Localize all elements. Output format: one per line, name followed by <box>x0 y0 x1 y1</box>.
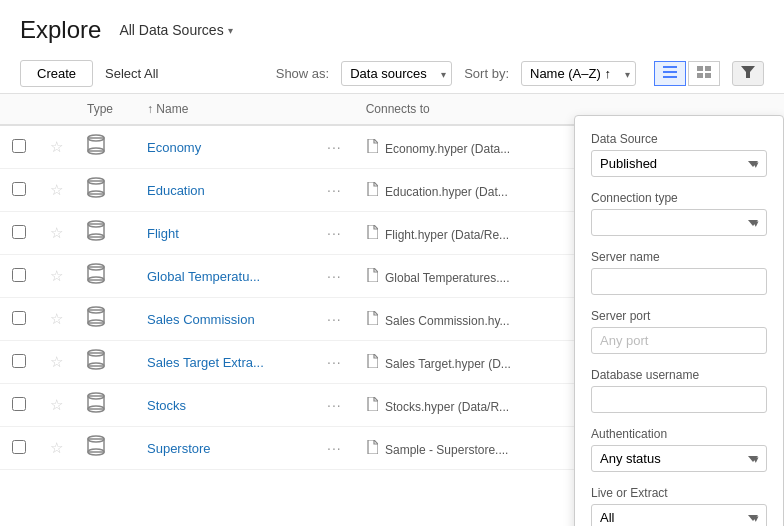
filter-datasource-label: Data Source <box>591 132 767 146</box>
more-options-icon[interactable]: ··· <box>327 225 342 241</box>
datasource-name-link[interactable]: Superstore <box>147 441 211 456</box>
row-more-cell: ··· <box>315 255 354 298</box>
filter-auth-section: Authentication Any status Username/Passw… <box>591 427 767 472</box>
file-icon-svg <box>366 397 378 411</box>
row-checkbox[interactable] <box>12 182 26 196</box>
list-view-icon <box>663 66 677 78</box>
sort-by-label: Sort by: <box>464 66 509 81</box>
row-checkbox[interactable] <box>12 440 26 454</box>
row-more-cell: ··· <box>315 169 354 212</box>
svg-rect-5 <box>697 73 703 78</box>
datasource-name-link[interactable]: Stocks <box>147 398 186 413</box>
col-header-name[interactable]: ↑ Name <box>135 94 315 125</box>
row-favorite-cell: ☆ <box>38 212 75 255</box>
file-icon-svg <box>366 139 378 153</box>
filter-live-extract-wrapper: All Live Extract <box>591 504 767 526</box>
row-more-cell: ··· <box>315 212 354 255</box>
favorite-star-icon[interactable]: ☆ <box>50 353 63 370</box>
filter-server-port-input[interactable] <box>591 327 767 354</box>
row-checkbox[interactable] <box>12 225 26 239</box>
filter-live-extract-select[interactable]: All Live Extract <box>591 504 767 526</box>
favorite-star-icon[interactable]: ☆ <box>50 224 63 241</box>
file-icon <box>366 357 381 371</box>
filter-button[interactable] <box>732 61 764 86</box>
filter-server-name-input[interactable] <box>591 268 767 295</box>
filter-live-extract-section: Live or Extract All Live Extract <box>591 486 767 526</box>
datasource-name-link[interactable]: Education <box>147 183 205 198</box>
filter-connection-select[interactable]: Hyper SQL Server <box>591 209 767 236</box>
filter-auth-select[interactable]: Any status Username/Password OAuth <box>591 445 767 472</box>
datasource-name-link[interactable]: Sales Target Extra... <box>147 355 264 370</box>
row-checkbox[interactable] <box>12 397 26 411</box>
row-name-cell: Stocks <box>135 384 315 427</box>
row-favorite-cell: ☆ <box>38 255 75 298</box>
list-view-button[interactable] <box>654 61 686 86</box>
row-checkbox-cell <box>0 255 38 298</box>
file-icon-svg <box>366 354 378 368</box>
page-container: Explore All Data Sources ▾ Create Select… <box>0 0 784 526</box>
filter-connection-wrapper: Hyper SQL Server <box>591 209 767 236</box>
view-icons <box>654 61 720 86</box>
row-type-cell <box>75 384 135 427</box>
more-options-icon[interactable]: ··· <box>327 139 342 155</box>
more-options-icon[interactable]: ··· <box>327 182 342 198</box>
datasource-type-icon <box>87 271 105 288</box>
file-icon <box>366 228 381 242</box>
more-options-icon[interactable]: ··· <box>327 440 342 456</box>
datasource-type-icon <box>87 357 105 374</box>
file-icon <box>366 400 381 414</box>
datasource-name-link[interactable]: Sales Commission <box>147 312 255 327</box>
file-icon <box>366 142 381 156</box>
sort-by-select[interactable]: Name (A–Z) ↑ Name (Z–A) ↓ Date Modified <box>521 61 636 86</box>
filter-db-username-label: Database username <box>591 368 767 382</box>
page-title: Explore <box>20 16 101 44</box>
more-options-icon[interactable]: ··· <box>327 311 342 327</box>
grid-view-button[interactable] <box>688 61 720 86</box>
datasource-name-link[interactable]: Global Temperatu... <box>147 269 260 284</box>
row-favorite-cell: ☆ <box>38 341 75 384</box>
row-type-cell <box>75 212 135 255</box>
favorite-star-icon[interactable]: ☆ <box>50 439 63 456</box>
create-button[interactable]: Create <box>20 60 93 87</box>
row-checkbox-cell <box>0 427 38 470</box>
toolbar: Create Select All Show as: Data sources … <box>0 54 784 94</box>
datasource-dropdown-button[interactable]: All Data Sources ▾ <box>113 18 238 42</box>
row-type-cell <box>75 125 135 169</box>
header: Explore All Data Sources ▾ <box>0 0 784 54</box>
filter-connection-label: Connection type <box>591 191 767 205</box>
favorite-star-icon[interactable]: ☆ <box>50 181 63 198</box>
datasource-name-link[interactable]: Flight <box>147 226 179 241</box>
row-type-cell <box>75 169 135 212</box>
row-checkbox[interactable] <box>12 139 26 153</box>
row-type-cell <box>75 341 135 384</box>
row-favorite-cell: ☆ <box>38 298 75 341</box>
favorite-star-icon[interactable]: ☆ <box>50 138 63 155</box>
row-type-cell <box>75 255 135 298</box>
filter-connection-section: Connection type Hyper SQL Server <box>591 191 767 236</box>
more-options-icon[interactable]: ··· <box>327 268 342 284</box>
select-all-button[interactable]: Select All <box>105 66 158 81</box>
more-options-icon[interactable]: ··· <box>327 397 342 413</box>
more-options-icon[interactable]: ··· <box>327 354 342 370</box>
sort-by-wrapper: Name (A–Z) ↑ Name (Z–A) ↓ Date Modified <box>521 61 636 86</box>
row-name-cell: Global Temperatu... <box>135 255 315 298</box>
filter-datasource-select[interactable]: Published All Draft <box>591 150 767 177</box>
favorite-star-icon[interactable]: ☆ <box>50 396 63 413</box>
filter-db-username-input[interactable] <box>591 386 767 413</box>
row-checkbox-cell <box>0 212 38 255</box>
cylinder-icon <box>87 134 105 156</box>
favorite-star-icon[interactable]: ☆ <box>50 267 63 284</box>
row-checkbox[interactable] <box>12 354 26 368</box>
filter-icon <box>741 66 755 78</box>
col-header-type: Type <box>75 94 135 125</box>
datasource-name-link[interactable]: Economy <box>147 140 201 155</box>
row-checkbox[interactable] <box>12 311 26 325</box>
row-more-cell: ··· <box>315 125 354 169</box>
grid-view-icon <box>697 66 711 78</box>
favorite-star-icon[interactable]: ☆ <box>50 310 63 327</box>
connects-to-text: Sales Commission.hy... <box>385 314 509 328</box>
row-checkbox[interactable] <box>12 268 26 282</box>
show-as-select[interactable]: Data sources Views Workbooks <box>341 61 452 86</box>
col-header-more <box>315 94 354 125</box>
row-more-cell: ··· <box>315 341 354 384</box>
